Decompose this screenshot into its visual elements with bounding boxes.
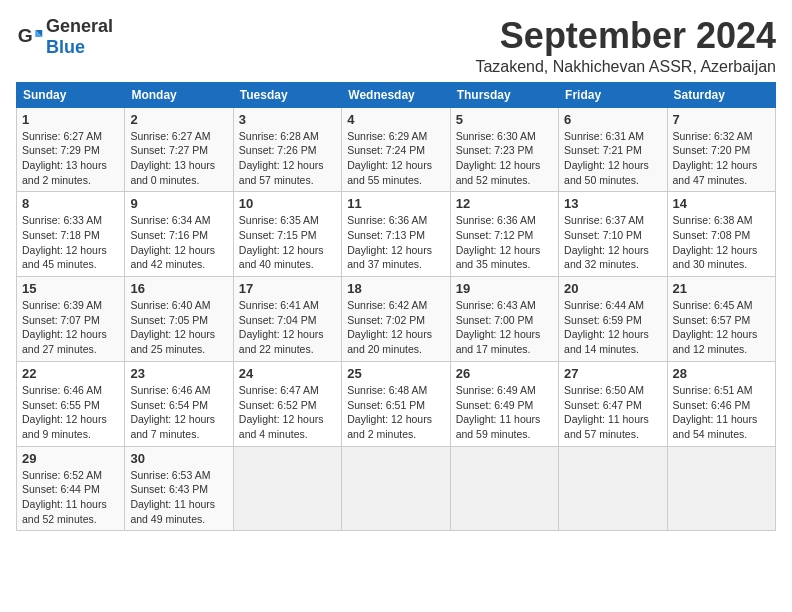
title-block: September 2024 Tazakend, Nakhichevan ASS… (475, 16, 776, 76)
logo-icon: G (16, 23, 44, 51)
day-info: Sunrise: 6:27 AMSunset: 7:29 PMDaylight:… (22, 129, 119, 188)
day-info: Sunrise: 6:38 AMSunset: 7:08 PMDaylight:… (673, 213, 770, 272)
calendar-cell: 19Sunrise: 6:43 AMSunset: 7:00 PMDayligh… (450, 277, 558, 362)
day-number: 6 (564, 112, 661, 127)
calendar-cell: 16Sunrise: 6:40 AMSunset: 7:05 PMDayligh… (125, 277, 233, 362)
day-number: 27 (564, 366, 661, 381)
calendar-week-1: 1Sunrise: 6:27 AMSunset: 7:29 PMDaylight… (17, 107, 776, 192)
calendar-week-4: 22Sunrise: 6:46 AMSunset: 6:55 PMDayligh… (17, 361, 776, 446)
calendar-body: 1Sunrise: 6:27 AMSunset: 7:29 PMDaylight… (17, 107, 776, 531)
calendar-cell: 10Sunrise: 6:35 AMSunset: 7:15 PMDayligh… (233, 192, 341, 277)
calendar-cell: 21Sunrise: 6:45 AMSunset: 6:57 PMDayligh… (667, 277, 775, 362)
day-number: 19 (456, 281, 553, 296)
day-number: 28 (673, 366, 770, 381)
day-number: 17 (239, 281, 336, 296)
calendar-cell: 6Sunrise: 6:31 AMSunset: 7:21 PMDaylight… (559, 107, 667, 192)
calendar-cell: 17Sunrise: 6:41 AMSunset: 7:04 PMDayligh… (233, 277, 341, 362)
location-text: Tazakend, Nakhichevan ASSR, Azerbaijan (475, 58, 776, 76)
day-number: 23 (130, 366, 227, 381)
calendar-cell (233, 446, 341, 531)
calendar-cell: 15Sunrise: 6:39 AMSunset: 7:07 PMDayligh… (17, 277, 125, 362)
day-info: Sunrise: 6:52 AMSunset: 6:44 PMDaylight:… (22, 468, 119, 527)
calendar-cell: 7Sunrise: 6:32 AMSunset: 7:20 PMDaylight… (667, 107, 775, 192)
svg-text:G: G (18, 25, 33, 46)
day-info: Sunrise: 6:35 AMSunset: 7:15 PMDaylight:… (239, 213, 336, 272)
day-number: 14 (673, 196, 770, 211)
calendar-cell: 9Sunrise: 6:34 AMSunset: 7:16 PMDaylight… (125, 192, 233, 277)
day-number: 29 (22, 451, 119, 466)
day-info: Sunrise: 6:34 AMSunset: 7:16 PMDaylight:… (130, 213, 227, 272)
calendar-cell: 14Sunrise: 6:38 AMSunset: 7:08 PMDayligh… (667, 192, 775, 277)
day-info: Sunrise: 6:37 AMSunset: 7:10 PMDaylight:… (564, 213, 661, 272)
calendar-cell: 20Sunrise: 6:44 AMSunset: 6:59 PMDayligh… (559, 277, 667, 362)
day-number: 2 (130, 112, 227, 127)
calendar-cell: 24Sunrise: 6:47 AMSunset: 6:52 PMDayligh… (233, 361, 341, 446)
calendar-cell: 12Sunrise: 6:36 AMSunset: 7:12 PMDayligh… (450, 192, 558, 277)
weekday-header-saturday: Saturday (667, 82, 775, 107)
day-info: Sunrise: 6:40 AMSunset: 7:05 PMDaylight:… (130, 298, 227, 357)
calendar-header-row: SundayMondayTuesdayWednesdayThursdayFrid… (17, 82, 776, 107)
weekday-header-friday: Friday (559, 82, 667, 107)
weekday-header-sunday: Sunday (17, 82, 125, 107)
day-info: Sunrise: 6:48 AMSunset: 6:51 PMDaylight:… (347, 383, 444, 442)
day-info: Sunrise: 6:32 AMSunset: 7:20 PMDaylight:… (673, 129, 770, 188)
day-number: 24 (239, 366, 336, 381)
calendar-cell: 13Sunrise: 6:37 AMSunset: 7:10 PMDayligh… (559, 192, 667, 277)
calendar-cell: 4Sunrise: 6:29 AMSunset: 7:24 PMDaylight… (342, 107, 450, 192)
calendar-cell: 8Sunrise: 6:33 AMSunset: 7:18 PMDaylight… (17, 192, 125, 277)
day-info: Sunrise: 6:33 AMSunset: 7:18 PMDaylight:… (22, 213, 119, 272)
day-info: Sunrise: 6:36 AMSunset: 7:13 PMDaylight:… (347, 213, 444, 272)
calendar-cell: 2Sunrise: 6:27 AMSunset: 7:27 PMDaylight… (125, 107, 233, 192)
day-info: Sunrise: 6:28 AMSunset: 7:26 PMDaylight:… (239, 129, 336, 188)
calendar-cell: 23Sunrise: 6:46 AMSunset: 6:54 PMDayligh… (125, 361, 233, 446)
calendar-cell: 11Sunrise: 6:36 AMSunset: 7:13 PMDayligh… (342, 192, 450, 277)
weekday-header-thursday: Thursday (450, 82, 558, 107)
day-info: Sunrise: 6:50 AMSunset: 6:47 PMDaylight:… (564, 383, 661, 442)
day-info: Sunrise: 6:39 AMSunset: 7:07 PMDaylight:… (22, 298, 119, 357)
day-number: 11 (347, 196, 444, 211)
page-header: G General Blue September 2024 Tazakend, … (16, 16, 776, 76)
day-info: Sunrise: 6:43 AMSunset: 7:00 PMDaylight:… (456, 298, 553, 357)
calendar-cell: 30Sunrise: 6:53 AMSunset: 6:43 PMDayligh… (125, 446, 233, 531)
calendar-cell: 29Sunrise: 6:52 AMSunset: 6:44 PMDayligh… (17, 446, 125, 531)
day-info: Sunrise: 6:42 AMSunset: 7:02 PMDaylight:… (347, 298, 444, 357)
day-info: Sunrise: 6:46 AMSunset: 6:54 PMDaylight:… (130, 383, 227, 442)
weekday-header-tuesday: Tuesday (233, 82, 341, 107)
day-info: Sunrise: 6:53 AMSunset: 6:43 PMDaylight:… (130, 468, 227, 527)
day-number: 16 (130, 281, 227, 296)
day-number: 7 (673, 112, 770, 127)
calendar-cell (667, 446, 775, 531)
day-info: Sunrise: 6:46 AMSunset: 6:55 PMDaylight:… (22, 383, 119, 442)
day-info: Sunrise: 6:47 AMSunset: 6:52 PMDaylight:… (239, 383, 336, 442)
day-number: 12 (456, 196, 553, 211)
day-info: Sunrise: 6:41 AMSunset: 7:04 PMDaylight:… (239, 298, 336, 357)
weekday-header-monday: Monday (125, 82, 233, 107)
day-number: 13 (564, 196, 661, 211)
calendar-cell: 18Sunrise: 6:42 AMSunset: 7:02 PMDayligh… (342, 277, 450, 362)
day-number: 10 (239, 196, 336, 211)
day-number: 26 (456, 366, 553, 381)
calendar-week-5: 29Sunrise: 6:52 AMSunset: 6:44 PMDayligh… (17, 446, 776, 531)
calendar-cell (342, 446, 450, 531)
weekday-header-wednesday: Wednesday (342, 82, 450, 107)
day-number: 22 (22, 366, 119, 381)
calendar-cell: 22Sunrise: 6:46 AMSunset: 6:55 PMDayligh… (17, 361, 125, 446)
day-number: 15 (22, 281, 119, 296)
logo-general-text: General (46, 16, 113, 36)
logo: G General Blue (16, 16, 113, 58)
day-number: 21 (673, 281, 770, 296)
day-info: Sunrise: 6:36 AMSunset: 7:12 PMDaylight:… (456, 213, 553, 272)
day-number: 18 (347, 281, 444, 296)
day-number: 9 (130, 196, 227, 211)
day-info: Sunrise: 6:51 AMSunset: 6:46 PMDaylight:… (673, 383, 770, 442)
day-info: Sunrise: 6:27 AMSunset: 7:27 PMDaylight:… (130, 129, 227, 188)
calendar-cell (450, 446, 558, 531)
calendar-cell: 5Sunrise: 6:30 AMSunset: 7:23 PMDaylight… (450, 107, 558, 192)
day-number: 8 (22, 196, 119, 211)
day-info: Sunrise: 6:31 AMSunset: 7:21 PMDaylight:… (564, 129, 661, 188)
day-info: Sunrise: 6:45 AMSunset: 6:57 PMDaylight:… (673, 298, 770, 357)
day-number: 4 (347, 112, 444, 127)
calendar-cell: 1Sunrise: 6:27 AMSunset: 7:29 PMDaylight… (17, 107, 125, 192)
day-number: 5 (456, 112, 553, 127)
day-info: Sunrise: 6:29 AMSunset: 7:24 PMDaylight:… (347, 129, 444, 188)
